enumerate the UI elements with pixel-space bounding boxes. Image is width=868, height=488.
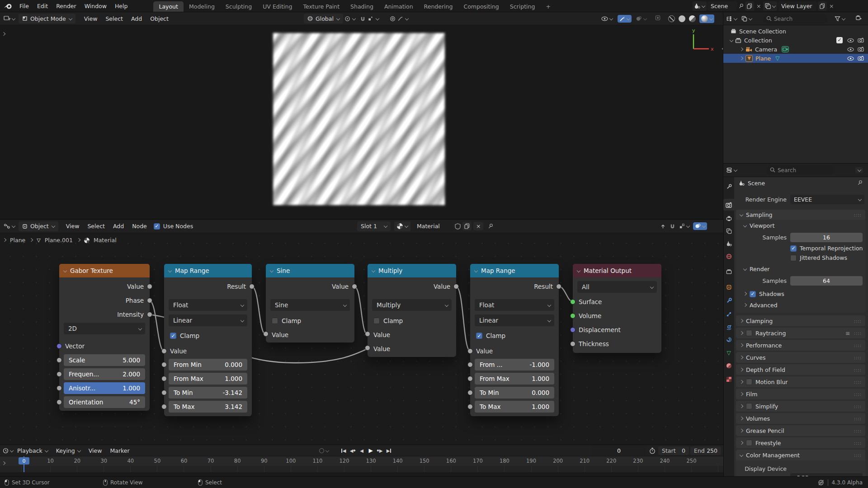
socket-phase-output[interactable]	[147, 298, 152, 303]
target-dropdown[interactable]: All	[577, 281, 657, 293]
panel-volumes[interactable]: Volumes::::	[736, 413, 865, 424]
breadcrumb-mesh[interactable]: Plane.001	[45, 237, 73, 244]
tab-object-data[interactable]: ▽	[723, 347, 734, 359]
panel-performance[interactable]: Performance::::	[736, 340, 865, 351]
scene-name[interactable]: Scene	[708, 1, 737, 11]
menu-item[interactable]: Object	[146, 15, 173, 22]
menu-item[interactable]: Add	[127, 15, 146, 22]
jump-to-start-button[interactable]: ◀	[339, 446, 348, 455]
stopwatch-icon[interactable]	[649, 447, 656, 454]
prev-keyframe-button[interactable]: ◀	[348, 446, 357, 455]
anisotropy-slider-selected[interactable]: Anisotr...1.000	[64, 382, 145, 394]
viewport-3d[interactable]: Object Mode ViewSelectAddObject Global	[0, 12, 723, 220]
new-collection-button[interactable]	[855, 15, 862, 22]
snap-mode-dropdown[interactable]	[679, 223, 689, 229]
to-max-slider[interactable]: To Max1.000	[475, 401, 554, 413]
socket-result-output[interactable]	[249, 284, 255, 289]
shading-material-button[interactable]	[689, 15, 696, 22]
menu-item[interactable]: Add	[109, 223, 128, 230]
panel-freestyle[interactable]: Freestyle::::	[736, 437, 865, 448]
workspace-tab[interactable]: Scripting	[505, 1, 541, 12]
clamp-toggle[interactable]: Clamp	[368, 314, 456, 327]
data-type-dropdown[interactable]: Float	[475, 299, 554, 311]
socket-frequency-input[interactable]	[57, 371, 62, 377]
clamp-toggle[interactable]: Clamp	[266, 314, 354, 327]
material-slot-dropdown[interactable]: Slot 1	[357, 221, 391, 231]
operation-dropdown[interactable]: Sine	[270, 299, 350, 311]
socket-result-output[interactable]	[556, 284, 561, 289]
hide-eye-toggle[interactable]	[847, 47, 854, 52]
panel-sampling[interactable]: Sampling::::	[736, 210, 865, 220]
node-header[interactable]: Map Range	[164, 264, 252, 277]
properties-options-button[interactable]	[855, 167, 863, 173]
socket-value-input[interactable]	[263, 331, 269, 337]
to-min-slider[interactable]: To Min0.000	[475, 387, 554, 399]
from-min-slider[interactable]: From ...-1.000	[475, 359, 554, 371]
tab-constraints[interactable]	[723, 333, 734, 345]
timeline-expand-icon[interactable]	[2, 462, 5, 465]
shading-wireframe-button[interactable]	[668, 15, 675, 22]
collapse-icon[interactable]	[577, 269, 580, 272]
marker-menu[interactable]: Marker	[106, 447, 133, 454]
socket-value-output[interactable]	[147, 284, 152, 289]
checkbox-unchecked[interactable]	[790, 255, 797, 261]
view-layer-browse-button[interactable]	[763, 1, 777, 11]
playback-menu[interactable]: Playback	[13, 447, 52, 454]
tab-object[interactable]	[723, 281, 734, 293]
overlays-dropdown[interactable]	[636, 16, 646, 22]
render-visibility-toggle[interactable]	[858, 47, 864, 52]
tab-output[interactable]	[723, 212, 734, 224]
checkbox-unchecked[interactable]	[746, 379, 752, 385]
outliner-display-mode[interactable]	[726, 16, 737, 22]
add-workspace-button[interactable]: +	[540, 1, 556, 12]
editor-type-button[interactable]	[726, 167, 737, 173]
socket-to-max-input[interactable]	[161, 404, 167, 409]
subpanel-render[interactable]: Render	[743, 266, 770, 272]
expand-icon[interactable]	[740, 57, 743, 60]
tab-render[interactable]	[723, 199, 734, 211]
tab-world[interactable]	[723, 250, 734, 262]
unlink-material-button[interactable]: ×	[473, 222, 483, 230]
hide-eye-toggle[interactable]	[847, 56, 854, 61]
socket-volume-input[interactable]	[570, 313, 576, 319]
drag-handle-icon[interactable]: ::::	[854, 416, 862, 421]
socket-orientation-input[interactable]	[57, 399, 62, 405]
interpolation-dropdown[interactable]: Linear	[475, 314, 554, 326]
collapse-icon[interactable]	[63, 269, 66, 272]
subpanel-viewport[interactable]: Viewport	[743, 222, 774, 229]
expand-icon[interactable]	[730, 39, 733, 42]
breadcrumb-material[interactable]: Material	[94, 237, 117, 244]
workspace-tab[interactable]: Compositing	[458, 1, 504, 12]
panel-color-management[interactable]: Color Management::::	[736, 450, 865, 460]
node-map-range-1[interactable]: Map Range Result Float Linear ✓Clamp Val…	[164, 264, 252, 416]
breadcrumb-object[interactable]: Plane	[10, 237, 25, 244]
playhead-frame-badge[interactable]: 0	[19, 457, 29, 465]
outliner-search[interactable]	[763, 14, 827, 23]
drag-handle-icon[interactable]: ::::	[854, 453, 862, 458]
start-frame-field[interactable]: Start0	[658, 446, 689, 455]
hide-eye-toggle[interactable]	[847, 38, 854, 43]
clamp-toggle[interactable]: ✓Clamp	[470, 329, 559, 342]
pin-icon[interactable]	[488, 223, 494, 229]
workspace-tab[interactable]: Sculpting	[220, 1, 257, 12]
node-gabor-texture[interactable]: Gabor Texture Value Phase Intensity 2D V…	[59, 264, 150, 411]
socket-displacement-input[interactable]	[570, 327, 576, 333]
checkbox-unchecked[interactable]	[746, 440, 752, 446]
editor-type-button[interactable]	[3, 448, 13, 454]
node-header[interactable]: Multiply	[368, 264, 456, 277]
shader-editor[interactable]: Object ViewSelectAddNode ✓Use Nodes Slot…	[0, 220, 723, 445]
remove-view-layer-button[interactable]: ×	[828, 3, 835, 9]
render-visibility-toggle[interactable]	[858, 38, 864, 43]
play-reverse-button[interactable]: ◀	[357, 446, 366, 455]
snap-controls[interactable]	[344, 16, 379, 22]
socket-from-min-input[interactable]	[467, 362, 473, 367]
shader-type-dropdown[interactable]: Object	[19, 221, 58, 231]
interpolation-dropdown[interactable]: Linear	[169, 314, 247, 326]
blender-logo-icon[interactable]	[4, 3, 13, 10]
collection-checkbox[interactable]: ✓	[836, 37, 843, 43]
presets-icon[interactable]: ≡	[845, 330, 850, 337]
axis-gizmo[interactable]: y x	[687, 27, 715, 55]
menu-item[interactable]: Render	[52, 3, 80, 9]
outliner-row-camera[interactable]: Camera	[723, 45, 868, 54]
outliner-row-scene-collection[interactable]: Scene Collection	[723, 27, 868, 36]
